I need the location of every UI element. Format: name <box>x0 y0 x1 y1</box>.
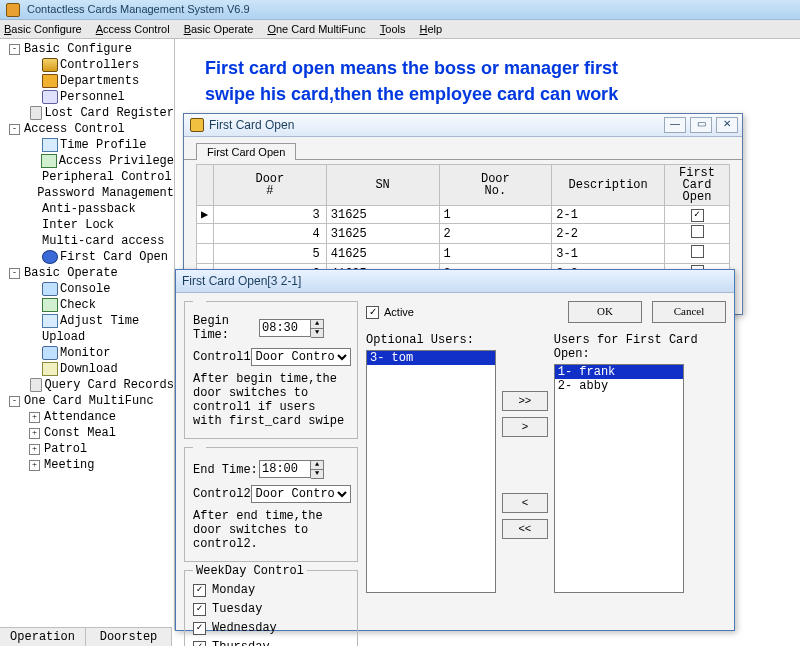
menu-item[interactable]: Help <box>420 20 443 38</box>
move-all-left-button[interactable]: << <box>502 519 548 539</box>
tree-label: Lost Card Register <box>44 105 174 121</box>
table-row[interactable]: 43162522-2 <box>197 224 730 244</box>
window-title: First Card Open[3 2-1] <box>182 270 301 292</box>
tree-toggle[interactable]: + <box>29 444 40 455</box>
table-row[interactable]: 54162513-1 <box>197 244 730 264</box>
window-titlebar[interactable]: First Card Open[3 2-1] <box>176 270 734 293</box>
tree-item[interactable]: -Basic Configure <box>2 41 174 57</box>
weekday-checkbox[interactable]: ✓ <box>193 641 206 647</box>
tree-item[interactable]: Time Profile <box>2 137 174 153</box>
tree-label: Inter Lock <box>42 217 114 233</box>
tree-item[interactable]: Password Management <box>2 185 174 201</box>
tree-item[interactable]: -Access Control <box>2 121 174 137</box>
end-time-label: End Time: <box>193 463 259 477</box>
begin-time-input[interactable] <box>259 319 311 337</box>
spin-down-icon[interactable]: ▼ <box>311 470 323 478</box>
ok-button[interactable]: OK <box>568 301 642 323</box>
tree-item[interactable]: +Meeting <box>2 457 174 473</box>
menu-item[interactable]: Basic Configure <box>4 20 82 38</box>
app-icon <box>6 3 20 17</box>
tree-icon <box>42 74 58 88</box>
tree-icon <box>30 378 42 392</box>
tree-item[interactable]: Multi-card access <box>2 233 174 249</box>
tree-label: First Card Open <box>60 249 168 265</box>
list-item[interactable]: 1- frank <box>555 365 683 379</box>
optional-users-list[interactable]: 3- tom <box>366 350 496 593</box>
tree-item[interactable]: Monitor <box>2 345 174 361</box>
tab-first-card-open[interactable]: First Card Open <box>196 143 296 160</box>
menu-item[interactable]: One Card MultiFunc <box>267 20 365 38</box>
tree-item[interactable]: First Card Open <box>2 249 174 265</box>
fco-users-list[interactable]: 1- frank2- abby <box>554 364 684 593</box>
title-bar: Contactless Cards Management System V6.9 <box>0 0 800 20</box>
first-card-open-detail-window: First Card Open[3 2-1] Begin Time: ▲▼ Co… <box>175 269 735 631</box>
tree-toggle[interactable]: + <box>29 428 40 439</box>
active-checkbox[interactable]: ✓ <box>366 306 379 319</box>
tree-item[interactable]: +Attendance <box>2 409 174 425</box>
tab-doorstep[interactable]: Doorstep <box>86 628 172 646</box>
maximize-button[interactable]: ▭ <box>690 117 712 133</box>
first-card-checkbox[interactable] <box>691 225 704 238</box>
move-all-right-button[interactable]: >> <box>502 391 548 411</box>
tree-item[interactable]: Controllers <box>2 57 174 73</box>
menu-item[interactable]: Tools <box>380 20 406 38</box>
list-item[interactable]: 2- abby <box>555 379 683 393</box>
tree-icon <box>42 138 58 152</box>
tree-label: Const Meal <box>44 425 116 441</box>
tree-item[interactable]: Adjust Time <box>2 313 174 329</box>
move-left-button[interactable]: < <box>502 493 548 513</box>
move-right-button[interactable]: > <box>502 417 548 437</box>
table-row[interactable]: ▶33162512-1✓ <box>197 206 730 224</box>
tree-toggle[interactable]: - <box>9 44 20 55</box>
control2-select[interactable]: Door Controlled <box>251 485 351 503</box>
tree-label: Basic Operate <box>24 265 118 281</box>
window-titlebar[interactable]: First Card Open — ▭ ✕ <box>184 114 742 137</box>
weekday-row: ✓Thursday <box>193 640 349 646</box>
tree-item[interactable]: Personnel <box>2 89 174 105</box>
tree-toggle[interactable]: + <box>29 412 40 423</box>
tree-item[interactable]: Departments <box>2 73 174 89</box>
tree-item[interactable]: Access Privilege <box>2 153 174 169</box>
tree-item[interactable]: Download <box>2 361 174 377</box>
optional-users-label: Optional Users: <box>366 333 496 347</box>
tree-item[interactable]: Query Card Records <box>2 377 174 393</box>
spin-down-icon[interactable]: ▼ <box>311 329 323 337</box>
tree-label: Anti-passback <box>42 201 136 217</box>
window-title: First Card Open <box>209 114 294 136</box>
list-item[interactable]: 3- tom <box>367 351 495 365</box>
end-time-input[interactable] <box>259 460 311 478</box>
first-card-checkbox[interactable]: ✓ <box>691 209 704 222</box>
weekday-label: Monday <box>212 583 255 597</box>
weekday-checkbox[interactable]: ✓ <box>193 622 206 635</box>
tree-item[interactable]: Anti-passback <box>2 201 174 217</box>
first-card-checkbox[interactable] <box>691 245 704 258</box>
tree-toggle[interactable]: - <box>9 396 20 407</box>
tree-toggle[interactable]: + <box>29 460 40 471</box>
tree-item[interactable]: -Basic Operate <box>2 265 174 281</box>
bottom-tabs: Operation Doorstep <box>0 627 172 646</box>
tree-item[interactable]: +Patrol <box>2 441 174 457</box>
control2-label: Control2 <box>193 487 251 501</box>
tree-label: Patrol <box>44 441 87 457</box>
cancel-button[interactable]: Cancel <box>652 301 726 323</box>
tree-item[interactable]: -One Card MultiFunc <box>2 393 174 409</box>
tree-item[interactable]: Upload <box>2 329 174 345</box>
weekday-row: ✓Tuesday <box>193 602 349 616</box>
weekday-legend: WeekDay Control <box>193 564 307 578</box>
tree-toggle[interactable]: - <box>9 124 20 135</box>
minimize-button[interactable]: — <box>664 117 686 133</box>
weekday-checkbox[interactable]: ✓ <box>193 584 206 597</box>
tree-item[interactable]: Check <box>2 297 174 313</box>
tree-item[interactable]: Lost Card Register <box>2 105 174 121</box>
tree-item[interactable]: Console <box>2 281 174 297</box>
weekday-checkbox[interactable]: ✓ <box>193 603 206 616</box>
control1-select[interactable]: Door Controlled <box>251 348 351 366</box>
menu-item[interactable]: Access Control <box>96 20 170 38</box>
tree-item[interactable]: Peripheral Control <box>2 169 174 185</box>
tree-item[interactable]: +Const Meal <box>2 425 174 441</box>
close-button[interactable]: ✕ <box>716 117 738 133</box>
tree-toggle[interactable]: - <box>9 268 20 279</box>
tree-item[interactable]: Inter Lock <box>2 217 174 233</box>
menu-item[interactable]: Basic Operate <box>184 20 254 38</box>
tab-operation[interactable]: Operation <box>0 628 86 646</box>
